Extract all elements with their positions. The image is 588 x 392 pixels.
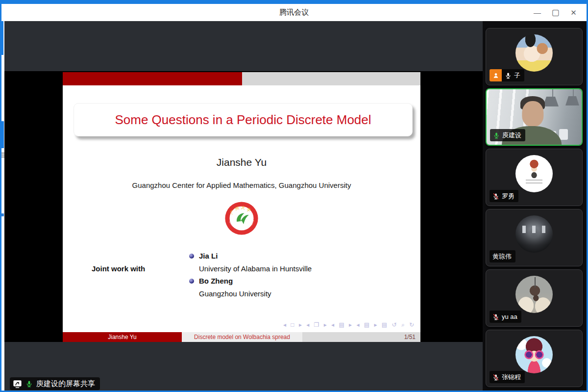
screen-share-banner: 庾建设的屏幕共享	[10, 377, 100, 390]
collaborator-name-row: Bo Zheng	[189, 277, 233, 285]
speaker-head	[522, 101, 543, 127]
slide-author: Jianshe Yu	[63, 157, 420, 168]
participant-tile[interactable]: yu aa	[486, 269, 583, 327]
person-icon	[492, 72, 500, 79]
slide-top-bar-gray	[242, 72, 420, 85]
tencent-meeting-window: 腾讯会议 — ▢ ✕ Som	[0, 0, 588, 392]
footer-author: Jianshe Yu	[63, 332, 182, 342]
collaborator-affiliation-row: University of Alabama in Huntsville	[189, 264, 312, 273]
participant-tile[interactable]: 张锦程	[486, 330, 583, 387]
window-titlebar[interactable]: 腾讯会议 — ▢ ✕	[1, 4, 587, 21]
desktop-edge-blue-strip	[1, 21, 3, 55]
avatar	[515, 336, 553, 373]
footer-page-number: 1/51	[302, 332, 420, 342]
presentation-slide: Some Questions in a Periodic Discrete Mo…	[63, 72, 420, 342]
participant-name-pill: yu aa	[490, 311, 521, 323]
participant-label: 黄琼伟	[490, 250, 515, 262]
participant-name-pill: 张锦程	[490, 371, 525, 383]
slide-title-box: Some Questions in a Periodic Discrete Mo…	[74, 103, 413, 136]
hanging-lamp	[565, 96, 579, 105]
participant-label: yu aa	[490, 311, 521, 323]
desktop-edge-blue-dot	[1, 213, 4, 216]
avatar	[515, 215, 553, 253]
maximize-button[interactable]: ▢	[546, 4, 564, 21]
screen-share-view: Some Questions in a Periodic Discrete Mo…	[1, 21, 483, 391]
slide-footer: Jianshe Yu Discrete model on Wolbachia s…	[63, 332, 420, 342]
minimize-button[interactable]: —	[528, 4, 546, 21]
collaborator-affiliation: Guangzhou University	[189, 289, 271, 298]
mic-on-icon	[505, 72, 512, 79]
collaborator-name: Bo Zheng	[199, 277, 233, 285]
avatar	[515, 155, 553, 192]
mic-active-icon	[493, 131, 500, 139]
mic-muted-icon	[492, 313, 499, 321]
slide-title: Some Questions in a Periodic Discrete Mo…	[115, 112, 371, 128]
slide-top-bar	[63, 72, 420, 85]
window-controls: — ▢ ✕	[528, 4, 583, 21]
beamer-navigation-symbols: ◂ □ ▸ ◂ ❐ ▸ ◂ ▤ ▸ ◂ ▤ ▸ ▤ ↺ ⌕ ↻	[283, 321, 416, 328]
participant-name: 黄琼伟	[492, 252, 512, 261]
participant-name-pill: 罗勇	[490, 190, 518, 202]
slide-top-bar-red	[63, 72, 242, 85]
participant-name: 庾建设	[502, 131, 521, 140]
guangzhou-university-logo: 广州大学 GUANGZHOU UNIVERSITY	[224, 201, 259, 235]
collaborator-name: Jia Li	[199, 252, 218, 260]
participant-label: 子	[490, 69, 524, 81]
participant-label: 张锦程	[490, 371, 525, 383]
slide-affiliation: Guangzhou Center for Applied Mathematics…	[63, 181, 420, 189]
participant-label: 庾建设	[490, 129, 525, 141]
close-button[interactable]: ✕	[564, 4, 583, 21]
participant-tile[interactable]: 罗勇	[486, 149, 583, 206]
participant-name-pill: 子	[502, 69, 524, 81]
screen-share-banner-text: 庾建设的屏幕共享	[36, 379, 95, 389]
screen-share-icon	[13, 380, 22, 388]
hanging-lamp	[543, 97, 559, 106]
collaborator-name-row: Jia Li	[189, 252, 218, 260]
chair	[559, 129, 568, 140]
meeting-content: Some Questions in a Periodic Discrete Mo…	[1, 21, 587, 391]
participant-name: 罗勇	[502, 192, 514, 201]
desktop-edge-blue-bar	[1, 121, 4, 148]
mic-muted-icon	[492, 192, 499, 200]
participant-name: yu aa	[502, 313, 517, 320]
participants-sidebar: 子	[483, 21, 587, 391]
lamp-cord	[573, 89, 574, 97]
desktop-edge-text-fragment	[1, 153, 4, 157]
mic-muted-icon	[492, 373, 499, 381]
collaborator-affiliation-row: Guangzhou University	[189, 289, 271, 298]
participant-name-pill: 黄琼伟	[490, 250, 515, 262]
window-title: 腾讯会议	[1, 8, 587, 17]
collaborator-affiliation: University of Alabama in Huntsville	[189, 264, 312, 273]
shared-desktop-top-band	[1, 21, 483, 71]
lamp-cord	[552, 89, 553, 97]
participant-name: 子	[514, 71, 520, 80]
host-badge	[490, 69, 502, 81]
avatar	[515, 34, 553, 72]
participant-tile[interactable]: 黄琼伟	[486, 209, 583, 266]
participant-tile[interactable]: 子	[486, 28, 583, 85]
shared-desktop-edge	[1, 21, 4, 391]
bullet-ball-icon	[189, 279, 194, 284]
avatar	[515, 276, 553, 313]
footer-series-title: Discrete model on Wolbachia spread	[182, 332, 302, 342]
participant-label: 罗勇	[490, 190, 518, 202]
participant-tile-active-speaker[interactable]: 庾建设	[486, 88, 583, 146]
participant-name-pill: 庾建设	[490, 129, 525, 141]
mic-active-icon	[25, 380, 33, 388]
participant-name: 张锦程	[502, 373, 521, 382]
bullet-ball-icon	[189, 254, 194, 259]
joint-work-label: Joint work with	[92, 264, 145, 273]
